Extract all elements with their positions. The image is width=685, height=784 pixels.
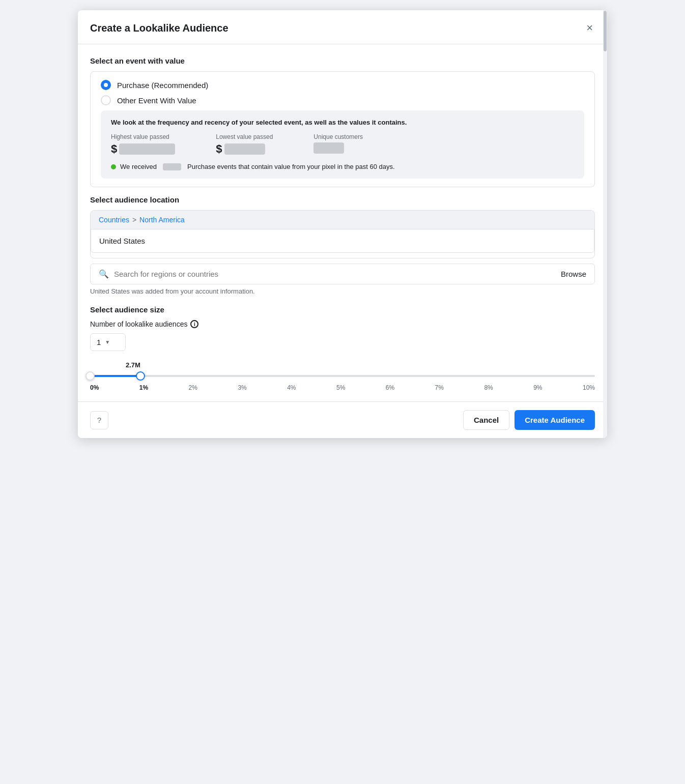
slider-label-2: 2% (189, 384, 197, 391)
modal-header: Create a Lookalike Audience × (78, 10, 607, 44)
purchase-option[interactable]: Purchase (Recommended) (101, 80, 584, 90)
breadcrumb: Countries > North America (91, 211, 594, 229)
footer-actions: Cancel Create Audience (463, 410, 595, 430)
slider-label-4: 4% (287, 384, 296, 391)
slider-label-0: 0% (90, 384, 99, 391)
slider-labels: 0% 1% 2% 3% 4% 5% 6% 7% 8% 9% 10% (90, 384, 595, 391)
dropdown-arrow-icon: ▼ (105, 339, 110, 345)
slider-label-9: 9% (533, 384, 542, 391)
green-dot-icon (111, 164, 116, 169)
received-pre-text: We received (120, 163, 157, 170)
received-row: We received Purchase events that contain… (111, 163, 574, 170)
purchase-label: Purchase (Recommended) (117, 81, 208, 90)
slider-label-1: 1% (139, 384, 148, 391)
unique-customers-label: Unique customers (313, 133, 363, 140)
slider-value-label: 2.7M (126, 361, 595, 369)
highest-value-bar (119, 143, 175, 155)
modal-title: Create a Lookalike Audience (90, 22, 229, 34)
slider-label-7: 7% (435, 384, 444, 391)
slider-label-6: 6% (386, 384, 394, 391)
lookalike-label: Number of lookalike audiences (90, 320, 187, 328)
event-section: Select an event with value Purchase (Rec… (90, 56, 595, 187)
lookalike-count-dropdown[interactable]: 1 ▼ (90, 333, 126, 351)
highest-value-label: Highest value passed (111, 133, 175, 140)
slider-fill (90, 375, 140, 377)
received-count-bar (163, 163, 181, 170)
slider-track (90, 375, 595, 377)
lowest-value-label: Lowest value passed (216, 133, 273, 140)
modal-body: Select an event with value Purchase (Rec… (78, 44, 607, 391)
slider-label-8: 8% (484, 384, 493, 391)
highest-value-value: $ (111, 142, 175, 156)
lowest-value-value: $ (216, 142, 273, 156)
modal-footer: ? Cancel Create Audience (78, 401, 607, 438)
selected-location: United States (91, 229, 594, 253)
dropdown-value: 1 (97, 338, 101, 346)
create-audience-button[interactable]: Create Audience (515, 410, 595, 430)
close-button[interactable]: × (584, 20, 595, 36)
event-info-box: We look at the frequency and recency of … (101, 110, 584, 179)
cancel-button[interactable]: Cancel (463, 410, 509, 430)
lowest-value-bar (224, 143, 265, 155)
location-wrapper: Countries > North America United States (90, 210, 595, 258)
event-radio-group: Purchase (Recommended) Other Event With … (90, 71, 595, 187)
search-bar[interactable]: 🔍 Browse (90, 264, 595, 284)
audience-size-section: Select audience size Number of lookalike… (90, 305, 595, 391)
slider-label-5: 5% (336, 384, 345, 391)
scrollbar-track (603, 10, 607, 438)
unique-customers-metric: Unique customers (313, 133, 363, 156)
other-event-radio[interactable] (101, 95, 111, 105)
lookalike-label-row: Number of lookalike audiences i (90, 320, 595, 328)
lowest-value-metric: Lowest value passed $ (216, 133, 273, 156)
slider-track-container[interactable] (90, 371, 595, 381)
event-section-title: Select an event with value (90, 56, 595, 65)
lowest-dollar-sign: $ (216, 142, 222, 156)
info-box-title: We look at the frequency and recency of … (111, 119, 574, 126)
unique-customers-value (313, 142, 363, 154)
audience-size-title: Select audience size (90, 305, 595, 314)
received-post-text: Purchase events that contain value from … (187, 163, 395, 170)
location-section: Select audience location Countries > Nor… (90, 195, 595, 295)
slider-thumb-left[interactable] (85, 371, 95, 381)
location-note: United States was added from your accoun… (90, 287, 595, 295)
highest-dollar-sign: $ (111, 142, 117, 156)
breadcrumb-region[interactable]: North America (139, 216, 185, 224)
metrics-row: Highest value passed $ Lowest value pass… (111, 133, 574, 156)
highest-value-metric: Highest value passed $ (111, 133, 175, 156)
scrollbar-thumb[interactable] (604, 11, 607, 51)
lookalike-info-icon[interactable]: i (190, 320, 198, 328)
slider-section: 2.7M 0% 1% 2% 3% 4% 5% 6% 7% (90, 361, 595, 391)
other-event-label: Other Event With Value (117, 96, 196, 105)
location-section-title: Select audience location (90, 195, 595, 204)
slider-label-3: 3% (238, 384, 246, 391)
breadcrumb-separator: > (132, 216, 136, 224)
help-icon: ? (97, 416, 101, 424)
search-input[interactable] (114, 270, 556, 278)
slider-thumb-right[interactable] (136, 371, 145, 381)
other-event-option[interactable]: Other Event With Value (101, 95, 584, 105)
purchase-radio[interactable] (101, 80, 111, 90)
browse-button[interactable]: Browse (561, 270, 586, 278)
search-icon: 🔍 (99, 269, 109, 279)
unique-customers-bar (313, 142, 344, 154)
breadcrumb-countries[interactable]: Countries (99, 216, 129, 224)
help-button[interactable]: ? (90, 411, 108, 429)
slider-label-10: 10% (583, 384, 595, 391)
create-lookalike-modal: Create a Lookalike Audience × Select an … (78, 10, 607, 438)
